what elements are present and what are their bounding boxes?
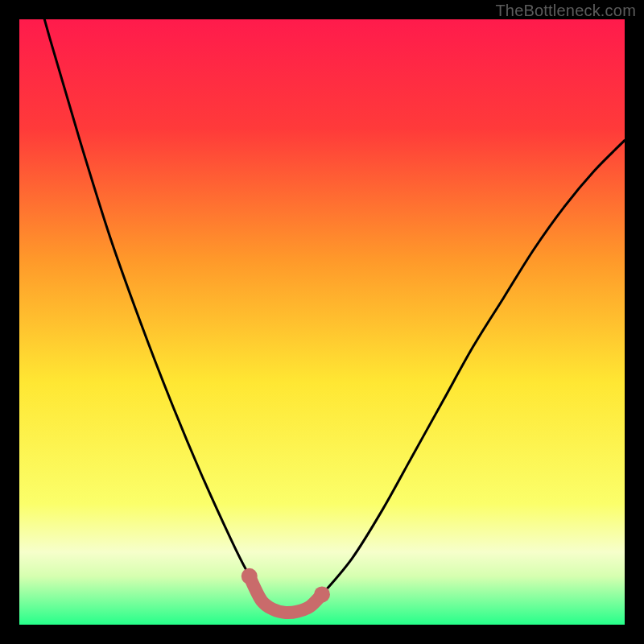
valley-endpoint-dot <box>314 586 330 602</box>
gradient-background <box>19 19 625 625</box>
chart-frame: TheBottleneck.com <box>0 0 644 644</box>
valley-endpoint-dot <box>242 568 258 584</box>
bottleneck-chart <box>19 19 625 625</box>
watermark-text: TheBottleneck.com <box>495 2 636 20</box>
plot-area <box>19 19 625 625</box>
